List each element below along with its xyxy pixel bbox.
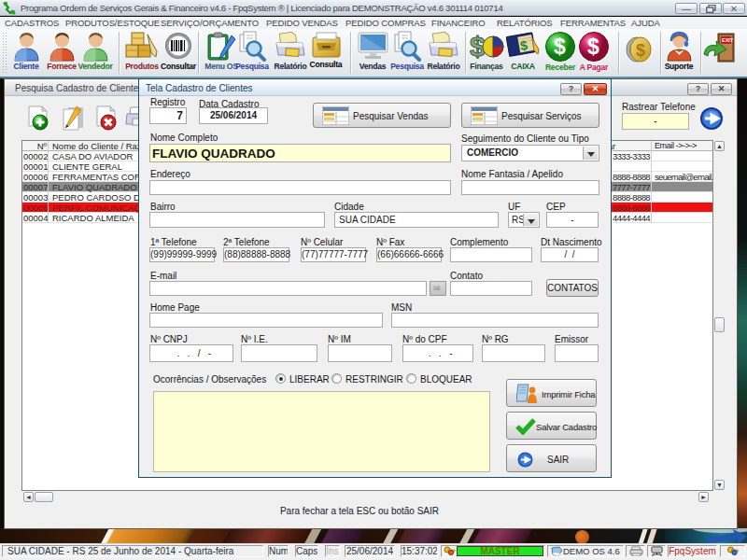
svg-text:EXIT: EXIT (722, 37, 734, 43)
svg-text:$: $ (636, 41, 645, 60)
svg-text:$: $ (554, 35, 566, 59)
svg-text:$: $ (587, 35, 599, 59)
